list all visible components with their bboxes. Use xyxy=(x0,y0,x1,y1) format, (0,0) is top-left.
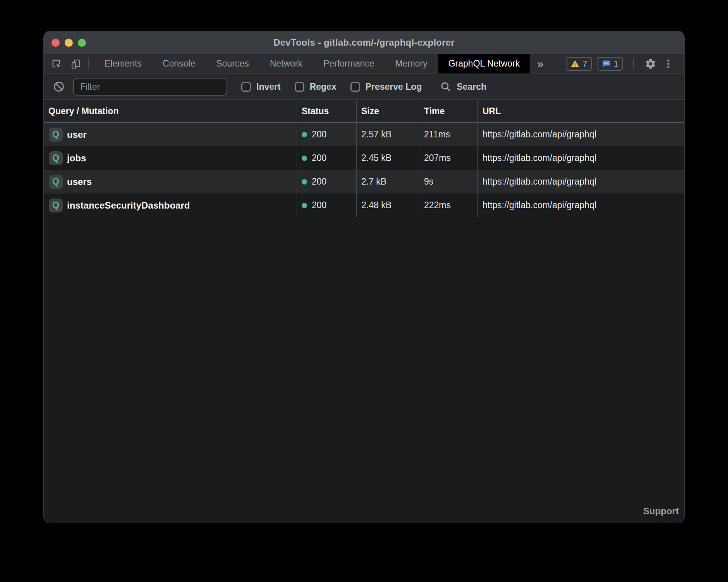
query-name: user xyxy=(67,129,87,140)
search-icon xyxy=(440,81,451,92)
regex-label: Regex xyxy=(310,82,337,92)
status-cell: 200 xyxy=(297,170,356,193)
tab-memory[interactable]: Memory xyxy=(385,54,438,74)
gear-icon xyxy=(645,58,656,70)
settings-button[interactable] xyxy=(644,57,657,70)
tab-network[interactable]: Network xyxy=(259,54,313,74)
time-cell: 9s xyxy=(419,170,477,193)
query-cell: Q users xyxy=(44,170,297,193)
zoom-window-button[interactable] xyxy=(78,39,86,47)
warning-triangle-icon xyxy=(570,59,580,68)
table-header: Query / Mutation Status Size Time URL xyxy=(44,100,684,123)
query-name: users xyxy=(67,176,92,187)
status-cell: 200 xyxy=(297,146,356,170)
time-cell: 211ms xyxy=(419,123,477,146)
size-cell: 2.57 kB xyxy=(356,123,419,146)
url-cell: https://gitlab.com/api/graphql xyxy=(477,146,684,170)
more-tabs-chevron-icon[interactable]: » xyxy=(530,54,551,74)
device-toolbar-icon xyxy=(70,58,81,69)
status-ok-dot-icon xyxy=(302,156,307,161)
three-dot-menu-icon xyxy=(663,58,674,69)
status-ok-dot-icon xyxy=(302,203,307,208)
titlebar[interactable]: DevTools - gitlab.com/-/graphql-explorer xyxy=(44,31,684,54)
query-type-badge: Q xyxy=(49,128,63,142)
status-ok-dot-icon xyxy=(302,132,307,137)
status-value: 200 xyxy=(312,129,326,140)
time-cell: 222ms xyxy=(419,193,477,217)
preserve-log-checkbox-group: Preserve Log xyxy=(350,82,422,92)
controls-separator xyxy=(633,58,634,69)
query-name: instanceSecurityDashboard xyxy=(67,200,190,211)
invert-checkbox[interactable] xyxy=(241,82,251,92)
status-value: 200 xyxy=(312,153,326,163)
size-cell: 2.7 kB xyxy=(356,170,419,193)
table-row[interactable]: Q user 200 2.57 kB 211ms https://gitlab.… xyxy=(44,123,684,146)
support-link[interactable]: Support xyxy=(643,506,679,517)
tabbar-separator xyxy=(88,58,89,69)
tab-graphql-network[interactable]: GraphQL Network xyxy=(438,54,531,74)
tabbar-trailing-controls: 7 1 xyxy=(566,54,685,74)
clear-requests-button[interactable] xyxy=(53,81,65,92)
filter-toolbar: Invert Regex Preserve Log Search xyxy=(44,74,684,100)
preserve-log-checkbox[interactable] xyxy=(350,82,360,92)
inspect-element-button[interactable] xyxy=(50,57,63,70)
issues-count: 1 xyxy=(614,59,618,69)
column-header-time[interactable]: Time xyxy=(419,100,477,122)
invert-label: Invert xyxy=(256,82,281,92)
window-title: DevTools - gitlab.com/-/graphql-explorer xyxy=(273,37,455,48)
url-cell: https://gitlab.com/api/graphql xyxy=(477,123,684,146)
warnings-count: 7 xyxy=(583,59,587,69)
block-icon xyxy=(53,81,65,92)
devtools-tabbar: Elements Console Sources Network Perform… xyxy=(44,54,684,74)
minimize-window-button[interactable] xyxy=(65,39,73,47)
warnings-badge[interactable]: 7 xyxy=(566,57,592,71)
url-cell: https://gitlab.com/api/graphql xyxy=(477,193,684,217)
search-button[interactable]: Search xyxy=(440,81,486,92)
column-header-status[interactable]: Status xyxy=(297,100,356,122)
device-toolbar-button[interactable] xyxy=(69,57,82,70)
query-cell: Q user xyxy=(44,123,297,146)
query-type-badge: Q xyxy=(49,175,63,189)
table-row[interactable]: Q instanceSecurityDashboard 200 2.48 kB … xyxy=(44,193,684,217)
size-cell: 2.45 kB xyxy=(356,146,419,170)
status-cell: 200 xyxy=(297,193,356,217)
invert-checkbox-group: Invert xyxy=(241,82,281,92)
message-bubble-icon xyxy=(601,59,611,68)
query-cell: Q instanceSecurityDashboard xyxy=(44,193,297,217)
search-label: Search xyxy=(457,82,486,92)
tabbar-leading-icons xyxy=(44,54,82,74)
column-header-size[interactable]: Size xyxy=(356,100,419,122)
query-name: jobs xyxy=(67,153,86,164)
issues-badge[interactable]: 1 xyxy=(597,57,623,71)
query-cell: Q jobs xyxy=(44,146,297,170)
preserve-log-label: Preserve Log xyxy=(366,82,422,92)
table-row[interactable]: Q users 200 2.7 kB 9s https://gitlab.com… xyxy=(44,170,684,193)
filter-input[interactable] xyxy=(73,78,227,96)
column-header-url[interactable]: URL xyxy=(477,100,684,122)
tab-sources[interactable]: Sources xyxy=(206,54,259,74)
time-cell: 207ms xyxy=(419,146,477,170)
close-window-button[interactable] xyxy=(52,39,60,47)
url-cell: https://gitlab.com/api/graphql xyxy=(477,170,684,193)
size-cell: 2.48 kB xyxy=(356,193,419,217)
query-type-badge: Q xyxy=(49,199,63,212)
inspect-cursor-icon xyxy=(51,58,62,69)
regex-checkbox[interactable] xyxy=(295,82,304,92)
status-value: 200 xyxy=(312,200,326,211)
kebab-menu-button[interactable] xyxy=(662,57,675,70)
regex-checkbox-group: Regex xyxy=(295,82,337,92)
column-header-query-mutation[interactable]: Query / Mutation xyxy=(44,100,297,122)
query-type-badge: Q xyxy=(49,151,63,165)
table-row[interactable]: Q jobs 200 2.45 kB 207ms https://gitlab.… xyxy=(44,146,684,170)
traffic-lights xyxy=(52,31,86,54)
tab-performance[interactable]: Performance xyxy=(313,54,385,74)
status-value: 200 xyxy=(312,176,326,187)
tab-elements[interactable]: Elements xyxy=(94,54,152,74)
devtools-window: DevTools - gitlab.com/-/graphql-explorer… xyxy=(43,31,685,523)
tab-console[interactable]: Console xyxy=(152,54,206,74)
status-cell: 200 xyxy=(297,123,356,146)
status-ok-dot-icon xyxy=(302,179,307,185)
